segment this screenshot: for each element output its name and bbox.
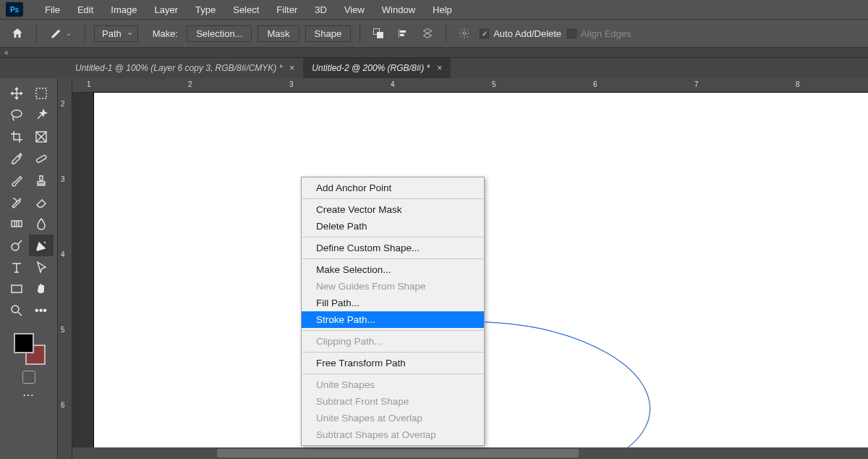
move-tool[interactable] bbox=[4, 83, 29, 104]
pen-tool[interactable] bbox=[29, 235, 54, 256]
tab-label: Untitled-2 @ 200% (RGB/8#) * bbox=[312, 63, 430, 73]
menu-separator bbox=[302, 330, 483, 331]
ruler-tick: 4 bbox=[391, 80, 395, 88]
magic-wand-tool[interactable] bbox=[29, 104, 54, 126]
context-menu-item[interactable]: Make Selection... bbox=[302, 261, 484, 278]
make-selection-button[interactable]: Selection... bbox=[187, 25, 252, 42]
path-operations-button[interactable] bbox=[369, 24, 388, 43]
context-menu-item: Unite Shapes bbox=[302, 376, 484, 393]
separator bbox=[359, 24, 360, 43]
path-arrangement-button[interactable] bbox=[418, 24, 437, 43]
menu-separator bbox=[302, 352, 483, 353]
options-bar: ⌄ Path Make: Selection... Mask Shape Aut… bbox=[0, 19, 868, 48]
make-mask-button[interactable]: Mask bbox=[258, 25, 299, 42]
foreground-color[interactable] bbox=[14, 333, 34, 353]
rectangle-tool[interactable] bbox=[4, 278, 29, 300]
gear-button[interactable] bbox=[455, 24, 474, 43]
document-tab[interactable]: Untitled-1 @ 100% (Layer 6 copy 3, RGB/8… bbox=[67, 58, 303, 78]
ruler-tick: 2 bbox=[61, 100, 65, 108]
document-tab[interactable]: Untitled-2 @ 200% (RGB/8#) *× bbox=[303, 58, 451, 78]
chevron-down-icon: ⌄ bbox=[66, 30, 72, 37]
hand-icon bbox=[35, 282, 48, 295]
menu-view[interactable]: View bbox=[336, 1, 373, 18]
menu-help[interactable]: Help bbox=[424, 1, 461, 18]
marquee-tool[interactable] bbox=[29, 83, 54, 104]
svg-rect-18 bbox=[12, 285, 22, 292]
frame-tool[interactable] bbox=[29, 126, 54, 148]
pen-icon bbox=[50, 27, 63, 40]
healing-tool[interactable] bbox=[29, 148, 54, 169]
cursor-icon bbox=[35, 261, 48, 274]
home-button[interactable] bbox=[7, 23, 27, 43]
ruler-tick: 1 bbox=[87, 80, 91, 88]
context-menu-item: Unite Shapes at Overlap bbox=[302, 410, 484, 426]
color-swatches[interactable] bbox=[12, 332, 46, 365]
tool-mode-select[interactable]: Path bbox=[94, 25, 138, 42]
brush-icon bbox=[10, 174, 23, 187]
ruler-tick: 7 bbox=[694, 80, 699, 88]
close-icon[interactable]: × bbox=[289, 63, 294, 73]
menu-image[interactable]: Image bbox=[102, 1, 145, 18]
menu-layer[interactable]: Layer bbox=[146, 1, 187, 18]
close-icon[interactable]: × bbox=[437, 63, 442, 73]
gear-icon bbox=[459, 28, 470, 39]
ruler-tick: 5 bbox=[492, 80, 496, 88]
quick-mask-toggle[interactable] bbox=[22, 371, 35, 384]
context-menu: Add Anchor PointCreate Vector MaskDelete… bbox=[301, 177, 485, 446]
scrollbar-thumb[interactable] bbox=[217, 449, 579, 458]
menu-3d[interactable]: 3D bbox=[306, 1, 336, 18]
ruler-tick: 3 bbox=[289, 80, 294, 88]
lasso-tool[interactable] bbox=[4, 104, 29, 126]
context-menu-item[interactable]: Delete Path bbox=[302, 218, 484, 235]
history-brush-tool[interactable] bbox=[4, 191, 29, 213]
menu-file[interactable]: File bbox=[36, 1, 69, 18]
scrollbar-horizontal[interactable] bbox=[72, 447, 868, 459]
more-tools[interactable]: ••• bbox=[29, 300, 54, 321]
brush-tool[interactable] bbox=[4, 169, 29, 191]
path-select-tool[interactable] bbox=[29, 256, 54, 278]
type-tool[interactable] bbox=[4, 256, 29, 278]
auto-add-delete-checkbox[interactable]: Auto Add/Delete bbox=[480, 28, 561, 39]
gradient-tool[interactable] bbox=[4, 213, 29, 235]
menu-edit[interactable]: Edit bbox=[69, 1, 102, 18]
hand-tool[interactable] bbox=[29, 278, 54, 300]
gradient-icon bbox=[10, 217, 23, 230]
menu-window[interactable]: Window bbox=[373, 1, 424, 18]
zoom-tool[interactable] bbox=[4, 300, 29, 321]
ruler-vertical[interactable]: 23456 bbox=[58, 78, 72, 459]
blur-tool[interactable] bbox=[29, 213, 54, 235]
bandage-icon bbox=[35, 152, 48, 165]
frame-icon bbox=[35, 130, 48, 143]
collapse-label: « bbox=[4, 49, 9, 56]
move-icon bbox=[10, 87, 23, 100]
menu-type[interactable]: Type bbox=[187, 1, 224, 18]
ruler-horizontal[interactable]: 123456789 bbox=[72, 78, 868, 93]
pen-icon bbox=[35, 239, 48, 252]
make-shape-button[interactable]: Shape bbox=[305, 25, 352, 42]
pen-tool-indicator[interactable]: ⌄ bbox=[46, 27, 76, 40]
context-menu-item[interactable]: Stroke Path... bbox=[302, 311, 484, 328]
menu-select[interactable]: Select bbox=[224, 1, 268, 18]
path-alignment-button[interactable] bbox=[393, 24, 412, 43]
dodge-tool[interactable] bbox=[4, 235, 29, 256]
zoom-icon bbox=[10, 304, 23, 317]
menu-bar: Ps FileEditImageLayerTypeSelectFilter3DV… bbox=[0, 0, 868, 19]
context-menu-item: Clipping Path... bbox=[302, 333, 484, 350]
panel-collapse-handle[interactable]: « bbox=[0, 48, 868, 58]
screen-mode[interactable]: ⋯ bbox=[22, 388, 35, 402]
svg-rect-3 bbox=[400, 30, 406, 33]
eyedropper-tool[interactable] bbox=[4, 148, 29, 169]
eraser-tool[interactable] bbox=[29, 191, 54, 213]
menu-filter[interactable]: Filter bbox=[268, 1, 306, 18]
path-ops-icon bbox=[373, 28, 384, 39]
context-menu-item[interactable]: Define Custom Shape... bbox=[302, 240, 484, 256]
context-menu-item[interactable]: Fill Path... bbox=[302, 295, 484, 311]
context-menu-item: Subtract Front Shape bbox=[302, 393, 484, 410]
make-label: Make: bbox=[153, 28, 178, 39]
checkbox-icon bbox=[480, 29, 489, 38]
crop-tool[interactable] bbox=[4, 126, 29, 148]
context-menu-item[interactable]: Create Vector Mask bbox=[302, 201, 484, 218]
stamp-tool[interactable] bbox=[29, 169, 54, 191]
context-menu-item[interactable]: Free Transform Path bbox=[302, 355, 484, 371]
context-menu-item[interactable]: Add Anchor Point bbox=[302, 180, 484, 196]
